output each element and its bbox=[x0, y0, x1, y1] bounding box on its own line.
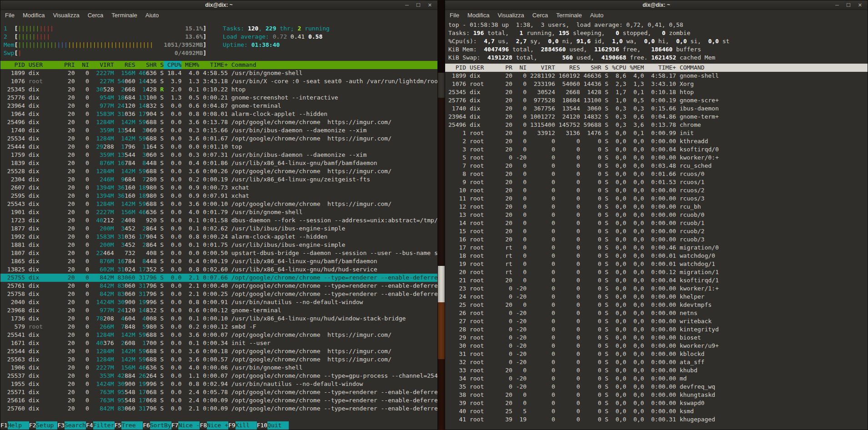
htop-row-pid-1671[interactable]: 1671dix2004037626081700S0.00.10:00.34ini… bbox=[0, 339, 437, 347]
menu-modifica[interactable]: Modifica bbox=[23, 12, 45, 19]
htop-row-pid-25543[interactable]: 25543dix2001284M142M59688S0.03.60:00.10/… bbox=[0, 200, 437, 208]
htop-column-mem[interactable]: MEM% bbox=[181, 61, 199, 69]
top-screen[interactable]: top - 01:58:38 up 1:38, 3 users, load av… bbox=[445, 20, 868, 430]
htop-row-pid-25537[interactable]: 25537dix200353M4288426264S0.01.10:00.07/… bbox=[0, 372, 437, 380]
top-column-virt[interactable]: VIRT bbox=[527, 64, 555, 72]
htop-row-pid-25534[interactable]: 25534dix2001284M142M59688S0.03.60:01.67/… bbox=[0, 135, 437, 143]
menu-terminale[interactable]: Terminale bbox=[556, 12, 582, 19]
htop-row-pid-25760[interactable]: 25760dix200842M8306031796S0.02.10:00.09/… bbox=[0, 405, 437, 413]
htop-row-pid-2040[interactable]: 2040dix2001424M3090019996S0.00.80:00.91/… bbox=[0, 298, 437, 306]
menu-file[interactable]: File bbox=[450, 12, 459, 19]
htop-column-st[interactable]: S bbox=[156, 61, 164, 69]
menu-aiuto[interactable]: Aiuto bbox=[590, 12, 604, 19]
htop-row-pid-25563[interactable]: 25563dix2001284M142M59688S0.03.60:00.57/… bbox=[0, 355, 437, 364]
htop-row-pid-25345[interactable]: 25345dix2003052826681428R2.00.10:10.22ht… bbox=[0, 85, 437, 94]
close-icon[interactable]: ✕ bbox=[858, 0, 862, 10]
fkey-F7[interactable]: F7Nice - bbox=[171, 421, 200, 430]
fkey-F5[interactable]: F5Tree bbox=[115, 421, 143, 430]
htop-terminal-window: dix@dix: ~ ─ ☐ ✕ FileModificaVisualizzaC… bbox=[0, 0, 438, 430]
htop-row-pid-1865[interactable]: 1865dix200876M167848448S0.00.40:00.19/us… bbox=[0, 257, 437, 265]
htop-row-pid-23964[interactable]: 23964dix200977M2412014832S0.00.60:04.87g… bbox=[0, 102, 437, 110]
fkey-F3[interactable]: F3Search bbox=[57, 421, 86, 430]
htop-row-pid-1839[interactable]: 1839dix200876M167848448S0.00.40:01.86/us… bbox=[0, 159, 437, 167]
htop-row-pid-25616[interactable]: 25616dix200763M9554817068S0.02.40:00.09/… bbox=[0, 396, 437, 405]
htop-row-pid-25528[interactable]: 25528dix2001284M142M59688S0.03.60:00.26/… bbox=[0, 167, 437, 175]
top-column-pr[interactable]: PR bbox=[502, 64, 512, 72]
htop-column-virt[interactable]: VIRT bbox=[89, 61, 114, 69]
htop-row-pid-25496[interactable]: 25496dix2001284M142M59688S0.03.60:13.78/… bbox=[0, 118, 437, 126]
htop-column-pid[interactable]: PID bbox=[4, 61, 25, 69]
menu-file[interactable]: File bbox=[5, 12, 15, 19]
htop-row-pid-1877[interactable]: 1877dix200200M34522864S0.00.10:02.62/usr… bbox=[0, 225, 437, 233]
htop-column-pri[interactable]: PRI bbox=[60, 61, 75, 69]
htop-column-res[interactable]: RES bbox=[114, 61, 135, 69]
htop-row-pid-579[interactable]: 579root200266M78485980S0.00.20:00.12smbd… bbox=[0, 323, 437, 331]
fkey-F8[interactable]: F8Nice + bbox=[200, 421, 228, 430]
htop-column-time[interactable]: TIME+ bbox=[199, 61, 228, 69]
fkey-F1[interactable]: F1Help bbox=[0, 421, 29, 430]
top-column-mem[interactable]: %MEM bbox=[626, 64, 644, 72]
htop-row-pid-2595[interactable]: 2595dix2001394M3616018980S0.00.90:07.91x… bbox=[0, 192, 437, 200]
top-column-cpu[interactable]: %CPU bbox=[608, 64, 626, 72]
top-column-time[interactable]: TIME+ bbox=[644, 64, 676, 72]
minimize-icon[interactable]: ─ bbox=[405, 0, 409, 10]
top-column-res[interactable]: RES bbox=[555, 64, 580, 72]
maximize-icon[interactable]: ☐ bbox=[846, 0, 851, 10]
htop-column-ni[interactable]: NI bbox=[75, 61, 89, 69]
fkey-F4[interactable]: F4Filter bbox=[86, 421, 115, 430]
htop-row-pid-1759[interactable]: 1759dix200359M135443060S0.00.30:07.31/us… bbox=[0, 151, 437, 159]
htop-row-pid-2304[interactable]: 2304dix200246M96847280S0.00.20:00.19/usr… bbox=[0, 175, 437, 184]
htop-header-row: PIDUSERPRINIVIRTRESSHRSCPU%MEM%TIME+Comm… bbox=[0, 61, 437, 69]
htop-row-pid-25758[interactable]: 25758dix200842M8306031796S0.02.10:00.25/… bbox=[0, 290, 437, 298]
top-column-user[interactable]: USER bbox=[466, 64, 502, 72]
htop-row-pid-25571[interactable]: 25571dix200763M9554817068S0.02.40:05.78/… bbox=[0, 388, 437, 396]
htop-row-pid-13825[interactable]: 13825dix200602M3102417352S0.00.80:02.60/… bbox=[0, 265, 437, 274]
htop-screen[interactable]: 1[||||||||||15.1%]2[|||||||||13.6%]Mem[|… bbox=[0, 20, 437, 430]
menu-visualizza[interactable]: Visualizza bbox=[497, 12, 524, 19]
htop-row-pid-23968[interactable]: 23968dix200977M2412014832S0.00.60:00.12g… bbox=[0, 306, 437, 315]
titlebar[interactable]: dix@dix: ~ ─ ☐ ✕ bbox=[0, 0, 437, 10]
htop-row-pid-1901[interactable]: 1901dix2002227M156M46636S0.04.00:01.79/u… bbox=[0, 208, 437, 216]
top-column-shr[interactable]: SHR bbox=[580, 64, 602, 72]
htop-row-pid-1992[interactable]: 1992dix2001583M3103617904S0.00.80:00.24a… bbox=[0, 233, 437, 241]
top-column-ni[interactable]: NI bbox=[512, 64, 527, 72]
fkey-F10[interactable]: F10Quit bbox=[257, 421, 289, 430]
top-column-pid[interactable]: PID bbox=[448, 64, 466, 72]
fkey-F2[interactable]: F2Setup bbox=[29, 421, 58, 430]
menu-aiuto[interactable]: Aiuto bbox=[146, 12, 159, 19]
htop-row-pid-2607[interactable]: 2607dix2001394M3616018980S0.00.90:00.73x… bbox=[0, 184, 437, 192]
htop-row-pid-1736[interactable]: 1736dix2007820846044008S0.00.10:00.10/us… bbox=[0, 315, 437, 323]
maximize-icon[interactable]: ☐ bbox=[416, 0, 421, 10]
fkey-F9[interactable]: F9Kill bbox=[228, 421, 257, 430]
htop-row-pid-1955[interactable]: 1955dix2001424M3090019996S0.00.80:02.94/… bbox=[0, 380, 437, 388]
htop-row-pid-1076[interactable]: 1076root200227M5406014436S3.91.33:43.18/… bbox=[0, 77, 437, 85]
htop-row-pid-25761[interactable]: 25761dix200842M8306031796S0.02.10:00.40/… bbox=[0, 282, 437, 290]
htop-row-pid-1807[interactable]: 1807dix20022464732408S0.00.00:00.50upsta… bbox=[0, 249, 437, 257]
menu-cerca[interactable]: Cerca bbox=[88, 12, 104, 19]
htop-row-pid-1906[interactable]: 1906dix2002227M156M46636S0.04.00:00.06/u… bbox=[0, 364, 437, 372]
htop-row-pid-25755[interactable]: 25755dix200842M8306031796S0.02.10:07.66/… bbox=[0, 274, 437, 282]
htop-row-pid-1723[interactable]: 1723dix200402122408920S0.00.10:01.58dbus… bbox=[0, 216, 437, 225]
htop-row-pid-1964[interactable]: 1964dix2001583M3103617904S0.00.80:08.01a… bbox=[0, 110, 437, 118]
top-column-st[interactable]: S bbox=[601, 64, 608, 72]
titlebar[interactable]: dix@dix: ~ ─ ☐ ✕ bbox=[445, 0, 868, 10]
htop-row-pid-25544[interactable]: 25544dix2001284M142M59688S0.03.60:00.18/… bbox=[0, 347, 437, 355]
top-column-cmd[interactable]: COMMAND bbox=[676, 64, 868, 72]
menu-modifica[interactable]: Modifica bbox=[467, 12, 489, 19]
htop-column-shr[interactable]: SHR bbox=[135, 61, 157, 69]
htop-row-pid-1899[interactable]: 1899dix2002227M156M46636S18.44.04:58.55/… bbox=[0, 69, 437, 77]
htop-row-pid-1740[interactable]: 1740dix200359M135443060S0.00.30:15.66/us… bbox=[0, 126, 437, 135]
minimize-icon[interactable]: ─ bbox=[835, 0, 839, 10]
htop-row-pid-25541[interactable]: 25541dix2001284M142M59688S0.03.60:00.07/… bbox=[0, 331, 437, 339]
close-icon[interactable]: ✕ bbox=[428, 0, 432, 10]
htop-row-pid-25444[interactable]: 25444dix2002928817961164S0.00.00:01.10to… bbox=[0, 143, 437, 151]
menu-terminale[interactable]: Terminale bbox=[111, 12, 137, 19]
htop-row-pid-25776[interactable]: 25776dix200954M1868413100S1.30.50:00.21g… bbox=[0, 94, 437, 102]
htop-column-cmd[interactable]: Command bbox=[228, 61, 437, 69]
menu-cerca[interactable]: Cerca bbox=[532, 12, 548, 19]
htop-column-user[interactable]: USER bbox=[25, 61, 60, 69]
htop-column-cpu[interactable]: CPU% bbox=[164, 61, 181, 69]
fkey-F6[interactable]: F6SortBy bbox=[143, 421, 171, 430]
htop-row-pid-1881[interactable]: 1881dix200200M34522864S0.00.10:01.75/usr… bbox=[0, 241, 437, 249]
menu-visualizza[interactable]: Visualizza bbox=[53, 12, 79, 19]
